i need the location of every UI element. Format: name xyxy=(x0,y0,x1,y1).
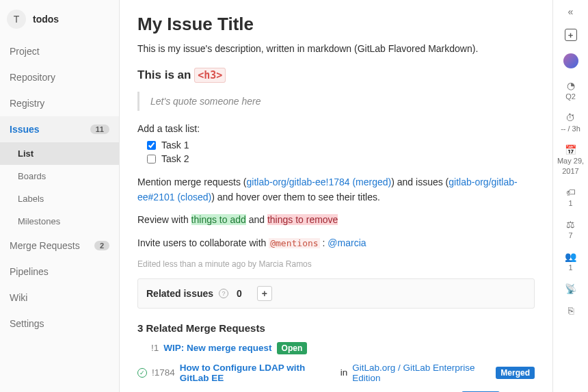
copy-icon: ⎘ xyxy=(568,306,574,315)
issue-description: This is my issue's description, written … xyxy=(137,42,535,56)
task-intro: Add a task list: xyxy=(137,123,535,134)
task-checkbox-2[interactable] xyxy=(147,155,156,164)
mention-code: @mentions xyxy=(269,238,319,248)
collapse-button[interactable]: « xyxy=(568,7,574,16)
sidebar-nav: Project Repository Registry Issues 11 Li… xyxy=(0,38,119,337)
milestone-label: Q2 xyxy=(565,92,576,101)
mention-paragraph: Mention merge requests (gitlab-org/gitla… xyxy=(137,175,535,205)
due-date[interactable]: 📅 May 29, 2017 xyxy=(557,145,584,175)
mr-count-badge: 2 xyxy=(94,241,109,250)
mr-ref: !1784 xyxy=(152,367,175,378)
task-label-2: Task 2 xyxy=(161,153,189,164)
task-list: Task 1 Task 2 xyxy=(137,140,535,164)
participants[interactable]: 👥 1 xyxy=(565,252,576,272)
stopwatch-icon: ⏱ xyxy=(565,113,575,122)
issue-h3: This is an <h3> xyxy=(137,68,535,82)
project-avatar: T xyxy=(7,10,26,29)
check-icon: ✓ xyxy=(137,368,147,378)
sidebar-item-merge-requests[interactable]: Merge Requests 2 xyxy=(0,233,119,259)
clock-icon: ◔ xyxy=(567,81,575,90)
project-header[interactable]: T todos xyxy=(0,0,119,38)
sidebar-item-repository[interactable]: Repository xyxy=(0,64,119,90)
related-issues-panel: Related issues ? 0 + xyxy=(137,278,535,309)
sidebar-item-issues[interactable]: Issues 11 xyxy=(0,116,119,142)
task-label-1: Task 1 xyxy=(161,140,189,151)
rss-icon: 📡 xyxy=(565,284,576,293)
right-sidebar: « + ◔ Q2 ⏱ -- / 3h 📅 May 29, 2017 🏷 1 ⚖ … xyxy=(552,0,588,392)
participants-count: 1 xyxy=(568,263,572,272)
mr-title-link[interactable]: How to Configure LDAP with GitLab EE xyxy=(180,363,336,383)
date-line2: 2017 xyxy=(562,167,578,175)
related-issues-count: 0 xyxy=(237,288,242,299)
weight[interactable]: ⚖ 7 xyxy=(566,220,575,239)
mr-status-open: Open xyxy=(277,342,308,354)
issue-title: My Issue Title xyxy=(137,14,535,35)
task-checkbox-1[interactable] xyxy=(147,141,156,150)
mr-item-1[interactable]: !1 WIP: New merge request Open xyxy=(151,342,535,354)
help-icon[interactable]: ? xyxy=(219,289,228,298)
scale-icon: ⚖ xyxy=(566,220,575,229)
related-issues-label: Related issues xyxy=(146,288,213,299)
date-line1: May 29, xyxy=(557,157,584,165)
mr-link[interactable]: gitlab-org/gitlab-ee!1784 (merged) xyxy=(247,177,392,187)
mr-item-2[interactable]: ✓ !1784 How to Configure LDAP with GitLa… xyxy=(137,363,535,383)
reference[interactable]: ⎘ xyxy=(568,306,574,315)
mr-project-link[interactable]: GitLab.org / GitLab Enterprise Edition xyxy=(352,363,491,383)
assignee[interactable] xyxy=(563,53,578,68)
sidebar-item-registry[interactable]: Registry xyxy=(0,90,119,116)
labels-count: 1 xyxy=(568,199,572,207)
labels[interactable]: 🏷 1 xyxy=(566,187,576,207)
notifications[interactable]: 📡 xyxy=(565,284,576,293)
sidebar-item-pipelines[interactable]: Pipelines xyxy=(0,259,119,285)
add-related-issue-button[interactable]: + xyxy=(257,286,272,301)
project-name: todos xyxy=(33,14,59,25)
related-mr-title: 3 Related Merge Requests xyxy=(137,322,535,334)
calendar-icon: 📅 xyxy=(565,145,576,155)
ins-text: things to add xyxy=(191,214,246,225)
milestone[interactable]: ◔ Q2 xyxy=(565,81,576,101)
avatar xyxy=(563,53,578,68)
sidebar-sub-list[interactable]: List xyxy=(0,142,119,165)
sidebar-sub-milestones[interactable]: Milestones xyxy=(0,210,119,233)
sidebar-item-project[interactable]: Project xyxy=(0,38,119,64)
add-todo-button[interactable]: + xyxy=(565,29,577,41)
time-label: -- / 3h xyxy=(561,125,580,133)
sidebar-sub-labels[interactable]: Labels xyxy=(0,187,119,210)
plus-icon: + xyxy=(565,29,577,41)
time-tracking[interactable]: ⏱ -- / 3h xyxy=(561,113,580,133)
left-sidebar: T todos Project Repository Registry Issu… xyxy=(0,0,120,392)
del-text: things to remove xyxy=(267,214,338,225)
task-item-2: Task 2 xyxy=(147,153,535,164)
chevron-left-icon: « xyxy=(568,7,574,16)
mr-title-link[interactable]: WIP: New merge request xyxy=(163,343,271,353)
weight-value: 7 xyxy=(568,231,572,239)
tag-icon: 🏷 xyxy=(566,187,576,197)
code-tag: <h3> xyxy=(194,68,226,83)
blockquote: Let's quote someone here xyxy=(137,92,535,111)
edited-note: Edited less than a minute ago by Marcia … xyxy=(137,259,535,269)
task-item-1: Task 1 xyxy=(147,140,535,151)
main-content: My Issue Title This is my issue's descri… xyxy=(120,0,552,392)
sidebar-sub-boards[interactable]: Boards xyxy=(0,165,119,187)
sidebar-item-settings[interactable]: Settings xyxy=(0,311,119,337)
user-mention[interactable]: @marcia xyxy=(328,237,366,248)
mr-ref: !1 xyxy=(151,343,159,353)
sidebar-item-wiki[interactable]: Wiki xyxy=(0,285,119,311)
people-icon: 👥 xyxy=(565,252,576,261)
issues-count-badge: 11 xyxy=(90,125,109,134)
invite-paragraph: Invite users to collaborate with @mentio… xyxy=(137,236,535,251)
mr-status-merged: Merged xyxy=(496,367,535,379)
review-paragraph: Review with things to add and things to … xyxy=(137,213,535,228)
